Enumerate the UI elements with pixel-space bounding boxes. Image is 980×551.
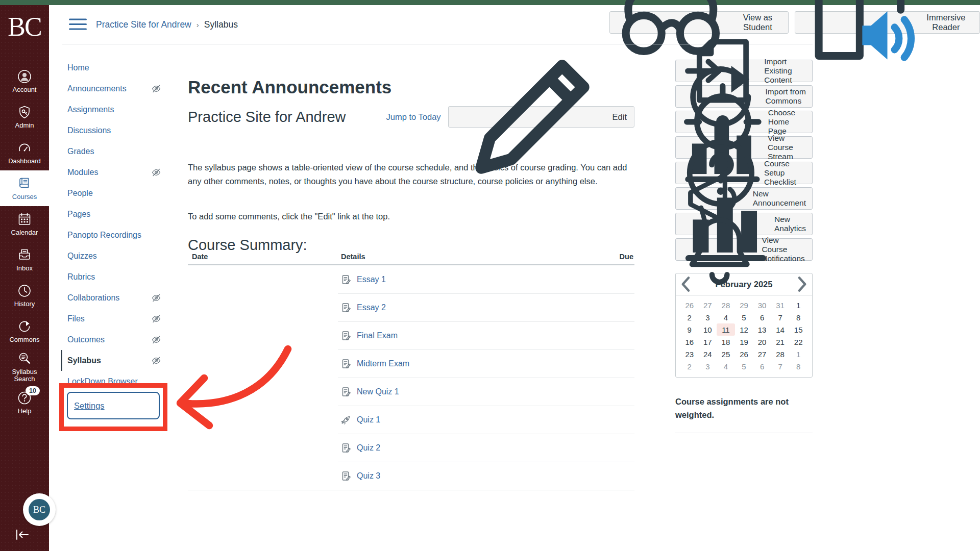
assignment-link[interactable]: Quiz 2: [357, 443, 380, 453]
calendar-day[interactable]: 29: [735, 299, 753, 311]
calendar-day[interactable]: 26: [735, 348, 753, 360]
calendar-day[interactable]: 15: [789, 323, 807, 336]
calendar-day[interactable]: 26: [680, 299, 699, 311]
sidebar-button-label: Choose Home Page: [768, 108, 806, 136]
course-nav-item[interactable]: Grades: [61, 141, 163, 162]
calendar-day[interactable]: 23: [680, 348, 699, 360]
course-nav-item[interactable]: Discussions: [61, 120, 163, 141]
calendar-day[interactable]: 11: [717, 323, 735, 336]
global-nav-item[interactable]: Commons: [0, 313, 49, 349]
calendar-day[interactable]: 1: [789, 348, 807, 360]
quiz-rocket-icon: [341, 415, 351, 425]
calendar-day[interactable]: 22: [789, 336, 807, 348]
calendar-day[interactable]: 3: [699, 360, 717, 372]
calendar-day[interactable]: 4: [717, 311, 735, 323]
assignment-link[interactable]: New Quiz 1: [357, 387, 399, 396]
course-nav-item[interactable]: Outcomes: [61, 329, 163, 350]
course-nav-item-settings[interactable]: Settings: [74, 401, 105, 411]
page-title: Recent Announcements: [188, 77, 391, 97]
course-nav-item-label: Rubrics: [67, 272, 95, 282]
calendar-day[interactable]: 6: [753, 311, 771, 323]
assignment-link[interactable]: Quiz 3: [357, 471, 380, 481]
course-nav-item[interactable]: Assignments: [61, 99, 163, 120]
calendar-day[interactable]: 30: [753, 299, 771, 311]
assignment-link[interactable]: Quiz 1: [357, 415, 380, 424]
calendar-day[interactable]: 31: [771, 299, 790, 311]
calendar-day[interactable]: 20: [753, 336, 771, 348]
calendar-day[interactable]: 2: [680, 311, 699, 323]
calendar-day[interactable]: 7: [771, 360, 790, 372]
course-nav-item-label: Discussions: [67, 126, 111, 135]
assignment-icon: [341, 471, 351, 481]
header-action-label: View as Student: [736, 13, 780, 32]
chevron-left-icon[interactable]: [676, 274, 696, 294]
calendar-day[interactable]: 4: [717, 360, 735, 372]
jump-to-today-link[interactable]: Jump to Today: [386, 112, 441, 122]
calendar-day[interactable]: 14: [771, 323, 790, 336]
calendar-day[interactable]: 28: [771, 348, 790, 360]
assignment-link[interactable]: Final Exam: [357, 331, 398, 340]
calendar-day[interactable]: 24: [699, 348, 717, 360]
calendar-day[interactable]: 6: [753, 360, 771, 372]
sidebar-button-label: View Course Notifications: [762, 236, 806, 263]
course-nav-item[interactable]: Rubrics: [61, 266, 163, 287]
calendar-day[interactable]: 8: [789, 311, 807, 323]
global-nav-item[interactable]: Inbox: [0, 242, 49, 278]
calendar-day[interactable]: 5: [735, 311, 753, 323]
calendar-day[interactable]: 9: [680, 323, 699, 336]
global-nav-item[interactable]: Account: [0, 63, 49, 99]
assignment-link[interactable]: Essay 2: [357, 303, 386, 312]
calendar-day[interactable]: 10: [699, 323, 717, 336]
course-nav-item[interactable]: Syllabus: [61, 350, 163, 371]
global-nav-item[interactable]: Calendar: [0, 206, 49, 242]
course-nav-item[interactable]: Quizzes: [61, 245, 163, 266]
global-nav-item[interactable]: Courses: [0, 170, 49, 206]
calendar-day[interactable]: 27: [699, 299, 717, 311]
calendar-day[interactable]: 21: [771, 336, 790, 348]
calendar-day[interactable]: 28: [717, 299, 735, 311]
course-nav-item-label: Files: [67, 314, 85, 323]
global-nav-item[interactable]: Syllabus Search: [0, 349, 49, 385]
calendar-day[interactable]: 7: [771, 311, 790, 323]
assignment-link[interactable]: Essay 1: [357, 275, 386, 284]
user-avatar[interactable]: BC: [23, 493, 56, 526]
calendar-day[interactable]: 1: [789, 299, 807, 311]
calendar-day[interactable]: 3: [699, 311, 717, 323]
global-nav-item[interactable]: Admin: [0, 99, 49, 135]
course-nav-item[interactable]: Announcements: [61, 78, 163, 99]
calendar-day[interactable]: 13: [753, 323, 771, 336]
calendar-day[interactable]: 2: [680, 360, 699, 372]
calendar-day[interactable]: 27: [753, 348, 771, 360]
global-nav-item[interactable]: Dashboard: [0, 135, 49, 170]
course-nav-item[interactable]: People: [61, 183, 163, 204]
global-nav-item[interactable]: History: [0, 278, 49, 313]
course-nav-item[interactable]: Modules: [61, 162, 163, 183]
header-action-button[interactable]: Immersive Reader: [795, 11, 980, 34]
calendar-day[interactable]: 18: [717, 336, 735, 348]
course-nav-item[interactable]: Home: [61, 57, 163, 78]
institution-logo[interactable]: BC: [0, 5, 49, 48]
calendar-day[interactable]: 16: [680, 336, 699, 348]
sidebar-buttons: Import Existing Content Import from Comm…: [675, 60, 813, 261]
calendar-day[interactable]: 12: [735, 323, 753, 336]
course-nav-item[interactable]: Pages: [61, 204, 163, 224]
global-nav-item[interactable]: 10 Help: [0, 385, 49, 420]
breadcrumb-course-link[interactable]: Practice Site for Andrew: [96, 19, 191, 30]
assignment-link[interactable]: Midterm Exam: [357, 359, 409, 368]
calendar-day[interactable]: 17: [699, 336, 717, 348]
hamburger-icon[interactable]: [68, 17, 87, 31]
calendar-day[interactable]: 25: [717, 348, 735, 360]
calendar-day[interactable]: 8: [789, 360, 807, 372]
course-nav-item[interactable]: Files: [61, 308, 163, 329]
course-nav-item[interactable]: Collaborations: [61, 287, 163, 308]
chevron-right-icon[interactable]: [792, 274, 812, 294]
calendar-day[interactable]: 5: [735, 360, 753, 372]
header-action-button[interactable]: View as Student: [609, 11, 789, 34]
edit-button[interactable]: Edit: [448, 106, 634, 128]
calendar-day[interactable]: 19: [735, 336, 753, 348]
sidebar-action-button[interactable]: View Course Notifications: [675, 238, 813, 261]
collapse-sidebar-icon[interactable]: [13, 527, 32, 543]
sidebar-button-label: Import Existing Content: [764, 57, 806, 85]
hidden-eye-icon: [151, 167, 161, 178]
course-nav-item[interactable]: Panopto Recordings: [61, 224, 163, 245]
